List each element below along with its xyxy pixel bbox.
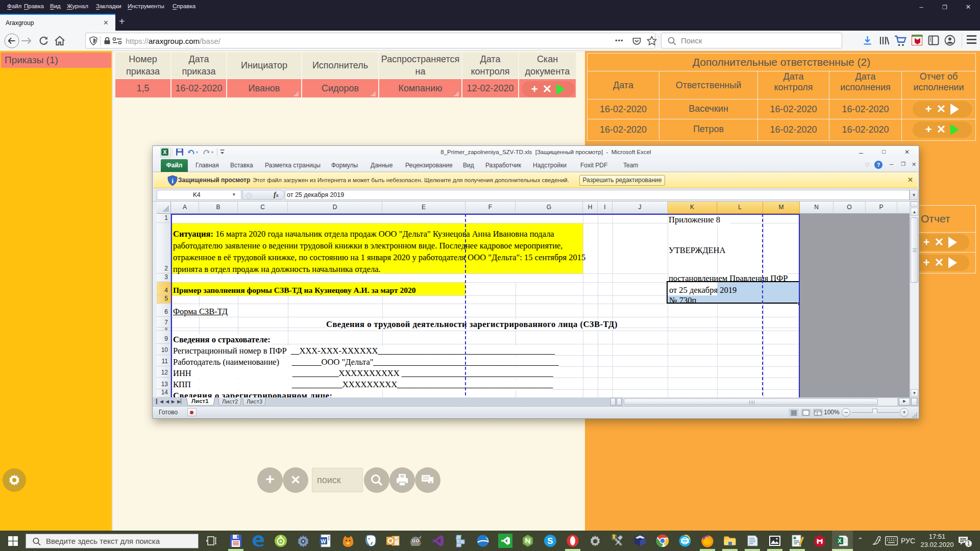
svg-text:x: x	[429, 480, 432, 485]
svg-text:X: X	[163, 149, 167, 155]
svg-text:i: i	[172, 177, 174, 185]
svg-text:W: W	[400, 474, 404, 479]
svg-text:X: X	[838, 538, 842, 544]
svg-text:S: S	[547, 536, 553, 546]
svg-text:W: W	[321, 538, 326, 544]
